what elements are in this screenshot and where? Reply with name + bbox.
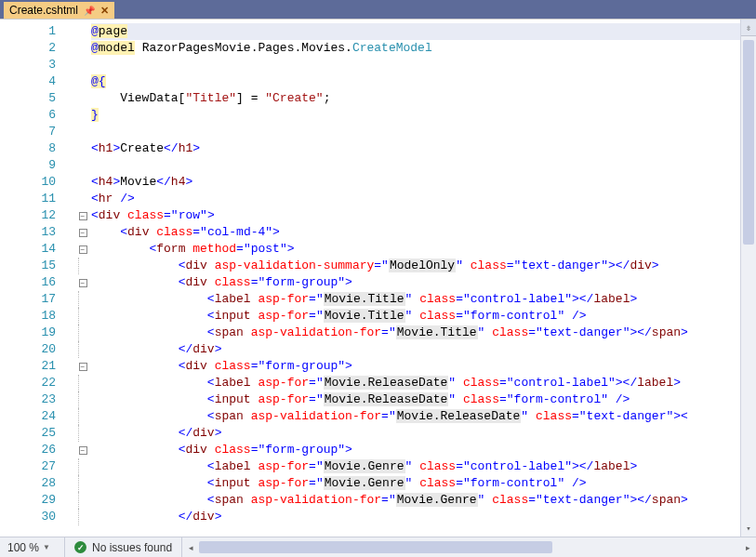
code-line[interactable]: @{ (91, 73, 740, 90)
h-scroll-thumb[interactable] (199, 541, 552, 553)
code-line[interactable]: </div> (91, 509, 740, 525)
zoom-value: 100 % (7, 541, 39, 554)
status-bar: 100 % ▼ ✓ No issues found ◂ ▸ (0, 537, 756, 557)
code-line[interactable]: ViewData["Title"] = "Create"; (91, 90, 740, 107)
line-number: 24 (0, 408, 56, 425)
line-number: 28 (0, 475, 56, 492)
code-line[interactable]: <label asp-for="Movie.ReleaseDate" class… (91, 375, 740, 391)
line-number: 23 (0, 391, 56, 408)
line-number: 7 (0, 124, 56, 140)
code-line[interactable] (91, 57, 740, 73)
line-number: 25 (0, 425, 56, 442)
code-canvas[interactable]: @page@model RazorPagesMovie.Pages.Movies… (91, 20, 740, 537)
code-line[interactable]: <div class="col-md-4"> (91, 224, 740, 241)
code-line[interactable]: <h4>Movie</h4> (91, 174, 740, 191)
code-line[interactable]: <label asp-for="Movie.Genre" class="cont… (91, 458, 740, 475)
check-icon: ✓ (74, 541, 86, 553)
file-tab[interactable]: Create.cshtml 📌 ✕ (4, 2, 114, 19)
line-number: 16 (0, 274, 56, 291)
line-number: 21 (0, 358, 56, 375)
code-line[interactable]: @model RazorPagesMovie.Pages.Movies.Crea… (91, 40, 740, 57)
line-number: 12 (0, 207, 56, 224)
editor[interactable]: 1234567891011121314151617181920212223242… (0, 19, 756, 537)
line-number: 20 (0, 341, 56, 358)
code-line[interactable]: <div class="form-group"> (91, 274, 740, 291)
status-text: No issues found (92, 541, 172, 554)
code-line[interactable] (91, 157, 740, 174)
code-line[interactable]: <span asp-validation-for="Movie.Title" c… (91, 325, 740, 341)
fold-toggle-icon[interactable]: − (79, 363, 87, 371)
code-line[interactable]: <div asp-validation-summary="ModelOnly" … (91, 258, 740, 274)
line-number: 18 (0, 308, 56, 325)
code-line[interactable]: </div> (91, 425, 740, 442)
vertical-scrollbar[interactable]: ⇳ ▾ (740, 20, 756, 537)
line-number: 2 (0, 40, 56, 57)
line-number: 10 (0, 174, 56, 191)
line-number: 9 (0, 157, 56, 174)
line-number: 13 (0, 224, 56, 241)
close-icon[interactable]: ✕ (100, 5, 109, 17)
code-line[interactable]: <input asp-for="Movie.Genre" class="form… (91, 475, 740, 492)
error-status[interactable]: ✓ No issues found (65, 541, 181, 554)
code-line[interactable]: <input asp-for="Movie.Title" class="form… (91, 308, 740, 325)
line-number: 8 (0, 140, 56, 157)
line-number: 17 (0, 291, 56, 308)
horizontal-scrollbar[interactable]: ◂ ▸ (181, 537, 756, 557)
code-line[interactable]: <div class="row"> (91, 207, 740, 224)
scroll-down-icon[interactable]: ▾ (741, 521, 756, 537)
code-line[interactable]: @page (91, 23, 740, 40)
code-line[interactable]: <hr /> (91, 191, 740, 207)
line-number: 11 (0, 191, 56, 207)
line-number: 14 (0, 241, 56, 258)
line-number: 19 (0, 325, 56, 341)
scroll-right-icon[interactable]: ▸ (739, 537, 756, 557)
code-line[interactable] (91, 124, 740, 140)
line-number: 6 (0, 107, 56, 124)
code-line[interactable]: <span asp-validation-for="Movie.ReleaseD… (91, 408, 740, 425)
line-number: 30 (0, 509, 56, 525)
scroll-left-icon[interactable]: ◂ (182, 537, 199, 557)
line-number: 4 (0, 73, 56, 90)
line-number: 22 (0, 375, 56, 391)
line-number: 3 (0, 57, 56, 73)
line-number: 27 (0, 458, 56, 475)
code-line[interactable]: </div> (91, 341, 740, 358)
line-number-gutter: 1234567891011121314151617181920212223242… (0, 20, 74, 537)
code-line[interactable]: <span asp-validation-for="Movie.Genre" c… (91, 492, 740, 509)
code-line[interactable]: <label asp-for="Movie.Title" class="cont… (91, 291, 740, 308)
fold-toggle-icon[interactable]: − (79, 446, 87, 455)
line-number: 26 (0, 442, 56, 458)
split-icon[interactable]: ⇳ (741, 20, 756, 36)
fold-toggle-icon[interactable]: − (79, 279, 87, 287)
code-line[interactable]: <input asp-for="Movie.ReleaseDate" class… (91, 391, 740, 408)
line-number: 29 (0, 492, 56, 509)
code-line[interactable]: <form method="post"> (91, 241, 740, 258)
code-line[interactable]: } (91, 107, 740, 124)
line-number: 5 (0, 90, 56, 107)
line-number: 1 (0, 23, 56, 40)
code-line[interactable]: <div class="form-group"> (91, 442, 740, 458)
fold-toggle-icon[interactable]: − (79, 245, 87, 254)
window-titlebar: Create.cshtml 📌 ✕ (0, 0, 756, 19)
fold-toggle-icon[interactable]: − (79, 212, 87, 220)
line-number: 15 (0, 258, 56, 274)
code-line[interactable]: <div class="form-group"> (91, 358, 740, 375)
v-scroll-thumb[interactable] (743, 40, 754, 245)
code-line[interactable]: <h1>Create</h1> (91, 140, 740, 157)
fold-gutter[interactable]: −−−−−− (74, 20, 91, 537)
chevron-down-icon: ▼ (43, 543, 50, 551)
tab-title: Create.cshtml (9, 4, 78, 17)
fold-toggle-icon[interactable]: − (79, 229, 87, 237)
zoom-level[interactable]: 100 % ▼ (0, 537, 65, 557)
pin-icon[interactable]: 📌 (84, 6, 95, 16)
